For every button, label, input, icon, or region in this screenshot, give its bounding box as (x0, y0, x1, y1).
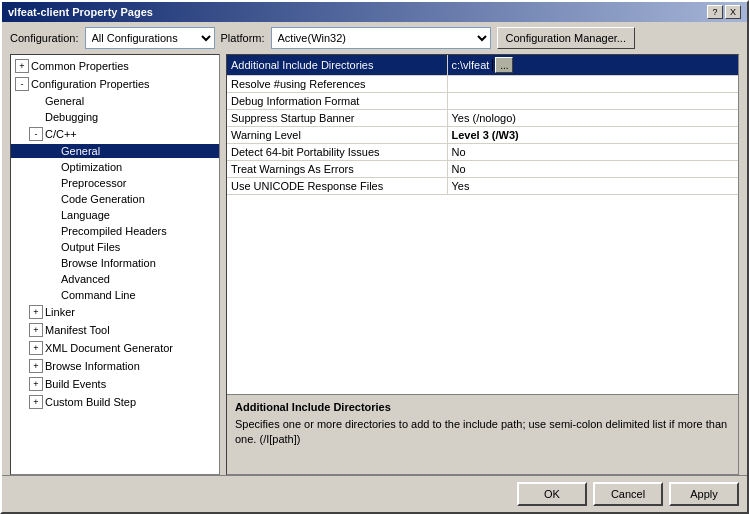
tree-label-cpp: C/C++ (45, 128, 77, 140)
tree-label-linker: Linker (45, 306, 75, 318)
prop-value-treat-warnings: No (447, 161, 738, 178)
toolbar: Configuration: All Configurations Platfo… (2, 22, 747, 54)
tree-expander-linker[interactable]: + (29, 305, 43, 319)
help-button[interactable]: ? (707, 5, 723, 19)
tree-item-browse-info[interactable]: Browse Information (11, 255, 219, 271)
tree-item-cpp-general[interactable]: General (11, 143, 219, 159)
tree-label-common-props: Common Properties (31, 60, 129, 72)
tree-item-browse-info2[interactable]: +Browse Information (11, 357, 219, 375)
tree-expander-cpp[interactable]: - (29, 127, 43, 141)
prop-value-warning-level: Level 3 (/W3) (447, 127, 738, 144)
prop-value-resolve-using (447, 76, 738, 93)
tree-label-language: Language (61, 209, 110, 221)
prop-name-resolve-using: Resolve #using References (227, 76, 447, 93)
tree-label-xml-doc: XML Document Generator (45, 342, 173, 354)
tree-item-xml-doc[interactable]: +XML Document Generator (11, 339, 219, 357)
tree-expander-xml-doc[interactable]: + (29, 341, 43, 355)
main-content: +Common Properties-Configuration Propert… (2, 54, 747, 475)
platform-label: Platform: (221, 32, 265, 44)
desc-title: Additional Include Directories (235, 401, 730, 413)
platform-select[interactable]: Active(Win32) (271, 27, 491, 49)
tree-label-advanced: Advanced (61, 273, 110, 285)
window-title: vlfeat-client Property Pages (8, 6, 153, 18)
tree-expander-common-props[interactable]: + (15, 59, 29, 73)
prop-row-treat-warnings[interactable]: Treat Warnings As ErrorsNo (227, 161, 738, 178)
prop-row-detect-portability[interactable]: Detect 64-bit Portability IssuesNo (227, 144, 738, 161)
prop-row-add-include[interactable]: Additional Include Directoriesc:\vlfeat.… (227, 55, 738, 76)
tree-expander-config-props[interactable]: - (15, 77, 29, 91)
prop-value-suppress-banner: Yes (/nologo) (447, 110, 738, 127)
tree-label-output-files: Output Files (61, 241, 120, 253)
tree-item-optimization[interactable]: Optimization (11, 159, 219, 175)
tree-label-debugging: Debugging (45, 111, 98, 123)
prop-value-detect-portability: No (447, 144, 738, 161)
desc-text: Specifies one or more directories to add… (235, 417, 730, 448)
props-table-container: Additional Include Directoriesc:\vlfeat.… (227, 55, 738, 394)
tree-label-preprocessor: Preprocessor (61, 177, 126, 189)
tree-item-precomp-hdr[interactable]: Precompiled Headers (11, 223, 219, 239)
title-bar-buttons: ? X (707, 5, 741, 19)
tree-item-linker[interactable]: +Linker (11, 303, 219, 321)
prop-name-detect-portability: Detect 64-bit Portability Issues (227, 144, 447, 161)
prop-value-add-include[interactable]: c:\vlfeat... (447, 55, 738, 76)
tree-item-advanced[interactable]: Advanced (11, 271, 219, 287)
prop-input-add-include[interactable]: c:\vlfeat (452, 59, 490, 71)
prop-name-unicode-files: Use UNICODE Response Files (227, 178, 447, 195)
prop-row-suppress-banner[interactable]: Suppress Startup BannerYes (/nologo) (227, 110, 738, 127)
tree-label-code-gen: Code Generation (61, 193, 145, 205)
main-window: vlfeat-client Property Pages ? X Configu… (0, 0, 749, 514)
tree-label-browse-info: Browse Information (61, 257, 156, 269)
prop-row-warning-level[interactable]: Warning LevelLevel 3 (/W3) (227, 127, 738, 144)
tree-item-language[interactable]: Language (11, 207, 219, 223)
tree-expander-manifest-tool[interactable]: + (29, 323, 43, 337)
tree-expander-browse-info2[interactable]: + (29, 359, 43, 373)
prop-value-unicode-files: Yes (447, 178, 738, 195)
prop-name-debug-format: Debug Information Format (227, 93, 447, 110)
tree-item-common-props[interactable]: +Common Properties (11, 57, 219, 75)
tree-item-build-events[interactable]: +Build Events (11, 375, 219, 393)
ok-button[interactable]: OK (517, 482, 587, 506)
prop-value-debug-format (447, 93, 738, 110)
tree-item-code-gen[interactable]: Code Generation (11, 191, 219, 207)
tree-label-browse-info2: Browse Information (45, 360, 140, 372)
tree-item-custom-build[interactable]: +Custom Build Step (11, 393, 219, 411)
value-with-btn: c:\vlfeat... (452, 57, 735, 73)
config-label: Configuration: (10, 32, 79, 44)
tree-item-preprocessor[interactable]: Preprocessor (11, 175, 219, 191)
tree-label-manifest-tool: Manifest Tool (45, 324, 110, 336)
config-select[interactable]: All Configurations (85, 27, 215, 49)
tree-label-custom-build: Custom Build Step (45, 396, 136, 408)
close-button[interactable]: X (725, 5, 741, 19)
prop-name-treat-warnings: Treat Warnings As Errors (227, 161, 447, 178)
apply-button[interactable]: Apply (669, 482, 739, 506)
ellipsis-button-add-include[interactable]: ... (495, 57, 513, 73)
prop-name-add-include: Additional Include Directories (227, 55, 447, 76)
cancel-button[interactable]: Cancel (593, 482, 663, 506)
tree-item-manifest-tool[interactable]: +Manifest Tool (11, 321, 219, 339)
tree-label-general: General (45, 95, 84, 107)
description-panel: Additional Include Directories Specifies… (227, 394, 738, 474)
tree-label-config-props: Configuration Properties (31, 78, 150, 90)
tree-item-debugging[interactable]: Debugging (11, 109, 219, 125)
tree-item-output-files[interactable]: Output Files (11, 239, 219, 255)
tree-label-optimization: Optimization (61, 161, 122, 173)
tree-panel[interactable]: +Common Properties-Configuration Propert… (10, 54, 220, 475)
tree-expander-custom-build[interactable]: + (29, 395, 43, 409)
tree-label-build-events: Build Events (45, 378, 106, 390)
tree-item-general[interactable]: General (11, 93, 219, 109)
tree-item-command-line[interactable]: Command Line (11, 287, 219, 303)
props-panel: Additional Include Directoriesc:\vlfeat.… (226, 54, 739, 475)
tree-label-precomp-hdr: Precompiled Headers (61, 225, 167, 237)
tree-item-config-props[interactable]: -Configuration Properties (11, 75, 219, 93)
prop-row-resolve-using[interactable]: Resolve #using References (227, 76, 738, 93)
prop-row-debug-format[interactable]: Debug Information Format (227, 93, 738, 110)
tree-expander-build-events[interactable]: + (29, 377, 43, 391)
tree-item-cpp[interactable]: -C/C++ (11, 125, 219, 143)
bottom-bar: OK Cancel Apply (2, 476, 747, 512)
prop-name-warning-level: Warning Level (227, 127, 447, 144)
tree-label-command-line: Command Line (61, 289, 136, 301)
prop-row-unicode-files[interactable]: Use UNICODE Response FilesYes (227, 178, 738, 195)
title-bar: vlfeat-client Property Pages ? X (2, 2, 747, 22)
config-manager-button[interactable]: Configuration Manager... (497, 27, 635, 49)
properties-table: Additional Include Directoriesc:\vlfeat.… (227, 55, 738, 195)
